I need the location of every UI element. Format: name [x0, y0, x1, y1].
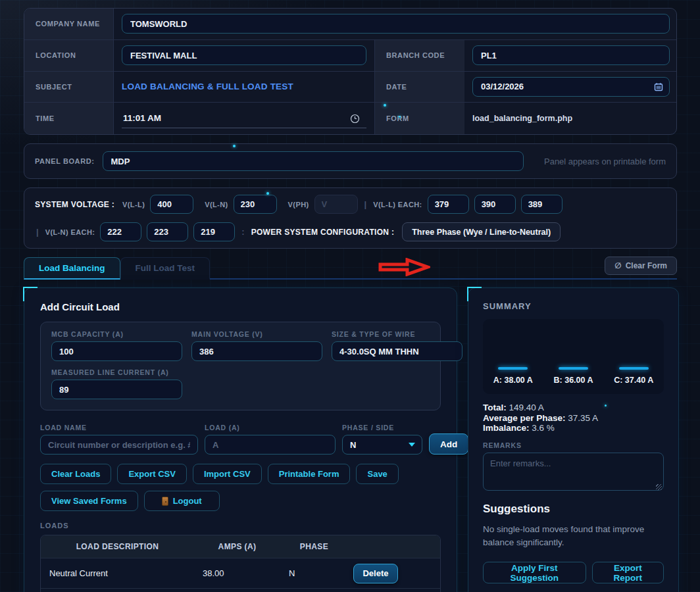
- load-amps-label: LOAD (A): [205, 424, 336, 432]
- vll-each-input-3[interactable]: [521, 195, 562, 214]
- panel-board-input[interactable]: [103, 151, 524, 171]
- suggestions-text: No single-load moves found that improve …: [483, 523, 664, 551]
- mcb-capacity-label: MCB CAPACITY (A): [51, 330, 182, 338]
- apply-first-suggestion-button[interactable]: Apply First Suggestion: [483, 562, 586, 583]
- suggestions-title: Suggestions: [483, 503, 664, 516]
- system-voltage-title: SYSTEM VOLTAGE :: [35, 200, 114, 209]
- total-value: 149.40 A: [509, 403, 544, 412]
- load-name-input[interactable]: [40, 435, 198, 455]
- header-info-panel: COMPANY NAME LOCATION BRANCH CODE SUBJEC…: [24, 8, 677, 135]
- remarks-textarea[interactable]: [483, 453, 664, 491]
- wire-type-label: SIZE & TYPE OF WIRE: [332, 330, 463, 338]
- average-label: Average per Phase:: [483, 413, 566, 423]
- location-input[interactable]: [122, 45, 366, 65]
- location-label-cell: LOCATION: [24, 40, 114, 72]
- delete-load-button[interactable]: Delete: [353, 564, 398, 583]
- export-csv-button[interactable]: Export CSV: [117, 464, 187, 484]
- logout-button[interactable]: Logout: [144, 491, 220, 511]
- annotation-red-arrow: [378, 258, 430, 276]
- calendar-icon[interactable]: [654, 82, 663, 91]
- actions-row-2: View Saved Forms Logout: [40, 491, 441, 511]
- bar-phase-a: [498, 367, 528, 370]
- col-header-phase: PHASE: [280, 542, 348, 551]
- save-button[interactable]: Save: [356, 464, 398, 484]
- clear-form-button[interactable]: ∅ Clear Form: [605, 257, 677, 275]
- chart-column-a: A: 38.00 A: [483, 319, 543, 385]
- main-voltage-input[interactable]: [191, 341, 322, 361]
- wire-type-input[interactable]: [332, 341, 463, 361]
- panel-board-section: PANEL BOARD: Panel appears on printable …: [24, 143, 677, 179]
- vln-each-input-2[interactable]: [147, 222, 188, 241]
- imbalance-value: 3.6 %: [532, 423, 555, 433]
- panel-board-label: PANEL BOARD:: [35, 157, 95, 165]
- bar-phase-b: [559, 367, 588, 370]
- resize-handle-icon[interactable]: [656, 484, 662, 490]
- chart-column-b: B: 36.00 A: [543, 319, 604, 385]
- vll-input[interactable]: [150, 195, 193, 214]
- vln-input[interactable]: [234, 195, 277, 214]
- add-load-row: LOAD NAME LOAD (A) PHASE / SIDE N Add: [40, 424, 441, 455]
- bar-label-a: A: 38.00 A: [493, 376, 533, 385]
- corner-bracket-decoration: [467, 287, 482, 301]
- imbalance-label: Imbalance:: [483, 423, 530, 433]
- add-load-button[interactable]: Add: [429, 433, 468, 455]
- mcb-capacity-input[interactable]: [51, 341, 182, 361]
- time-input[interactable]: [122, 109, 366, 128]
- import-csv-button[interactable]: Import CSV: [193, 464, 262, 484]
- actions-row-1: Clear Loads Export CSV Import CSV Printa…: [40, 464, 441, 484]
- add-circuit-load-card: Add Circuit Load MCB CAPACITY (A) MAIN V…: [24, 287, 457, 592]
- export-report-button[interactable]: Export Report: [592, 562, 664, 583]
- app-screen: COMPANY NAME LOCATION BRANCH CODE SUBJEC…: [0, 0, 700, 592]
- logout-label: Logout: [173, 496, 202, 506]
- tab-full-load-test[interactable]: Full Load Test: [120, 257, 211, 280]
- load-description-cell: Neutral Current: [41, 568, 194, 578]
- clear-form-icon: ∅: [614, 261, 621, 270]
- vll-each-input-1[interactable]: [428, 195, 469, 214]
- particle-dot: [266, 192, 269, 195]
- vln-label: V(L-N): [205, 201, 228, 209]
- particle-dot: [605, 405, 607, 407]
- summary-totals: Total: 149.40 A Average per Phase: 37.35…: [483, 403, 664, 433]
- separator: |: [35, 227, 40, 237]
- load-phase-cell: N: [280, 568, 348, 578]
- vln-each-label: V(L-N) EACH:: [45, 228, 95, 236]
- branch-code-label-cell: BRANCH CODE: [374, 40, 464, 72]
- summary-card: SUMMARY A: 38.00 A B: 36.00 A C: 37.40 A…: [468, 287, 679, 592]
- chevron-down-icon: [409, 443, 415, 447]
- phase-side-label: PHASE / SIDE: [342, 424, 422, 432]
- vln-each-input-3[interactable]: [193, 222, 235, 241]
- subject-value: LOAD BALANCING & FULL LOAD TEST: [122, 82, 293, 91]
- bar-phase-c: [619, 367, 649, 370]
- clear-form-label: Clear Form: [626, 261, 667, 270]
- vll-each-input-2[interactable]: [474, 195, 516, 214]
- phase-side-select[interactable]: N: [342, 435, 422, 455]
- time-label-cell: TIME: [24, 103, 114, 134]
- clock-icon[interactable]: [350, 114, 360, 124]
- form-label-cell: FORM: [374, 103, 464, 134]
- load-amps-input[interactable]: [205, 435, 336, 455]
- system-voltage-section: SYSTEM VOLTAGE : V(L-L) V(L-N) V(PH) | V…: [24, 187, 677, 249]
- particle-dot: [384, 104, 386, 107]
- tab-load-balancing[interactable]: Load Balancing: [24, 257, 120, 280]
- average-value: 37.35 A: [568, 413, 598, 423]
- bar-label-c: C: 37.40 A: [614, 376, 653, 385]
- vph-label: V(PH): [288, 201, 309, 209]
- vln-each-input-1[interactable]: [100, 222, 141, 241]
- power-config-label: POWER SYSTEM CONFIGURATION :: [251, 228, 395, 237]
- company-name-input[interactable]: [122, 14, 670, 34]
- view-saved-forms-button[interactable]: View Saved Forms: [40, 491, 138, 511]
- power-config-select[interactable]: Three Phase (Wye / Line-to-Neutral): [402, 222, 561, 241]
- corner-bracket-decoration: [23, 287, 38, 301]
- table-row: Neutral Current 38.00 N Delete: [41, 558, 440, 588]
- clear-loads-button[interactable]: Clear Loads: [40, 464, 111, 484]
- printable-form-button[interactable]: Printable Form: [268, 464, 351, 484]
- chart-column-c: C: 37.40 A: [603, 319, 664, 385]
- branch-code-input[interactable]: [472, 45, 670, 65]
- subject-label-cell: SUBJECT: [24, 72, 114, 103]
- vph-input[interactable]: [314, 195, 358, 214]
- suggestions-actions: Apply First Suggestion Export Report: [483, 562, 664, 583]
- col-header-amps: AMPS (A): [194, 542, 280, 551]
- particle-dot: [233, 145, 236, 147]
- date-input[interactable]: [472, 77, 670, 97]
- measured-current-input[interactable]: [51, 380, 182, 399]
